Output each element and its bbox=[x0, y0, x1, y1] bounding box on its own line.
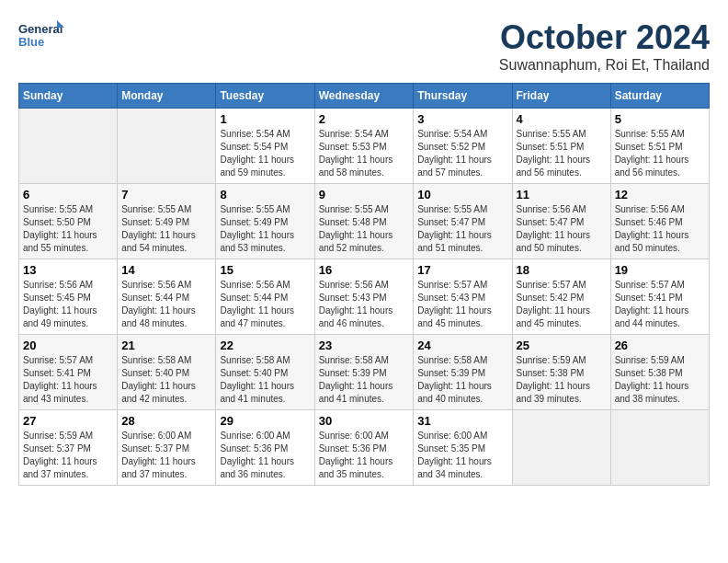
calendar-table: SundayMondayTuesdayWednesdayThursdayFrid… bbox=[18, 83, 710, 486]
day-info: Sunrise: 6:00 AMSunset: 5:36 PMDaylight:… bbox=[220, 431, 294, 479]
day-info: Sunrise: 5:58 AMSunset: 5:40 PMDaylight:… bbox=[220, 355, 294, 404]
day-number: 4 bbox=[517, 112, 607, 126]
weekday-header-monday: Monday bbox=[118, 84, 216, 109]
calendar-cell: 10 Sunrise: 5:55 AMSunset: 5:47 PMDaylig… bbox=[414, 184, 512, 259]
calendar-cell: 29 Sunrise: 6:00 AMSunset: 5:36 PMDaylig… bbox=[216, 410, 314, 486]
weekday-header-saturday: Saturday bbox=[610, 84, 709, 109]
calendar-cell: 17 Sunrise: 5:57 AMSunset: 5:43 PMDaylig… bbox=[414, 259, 512, 335]
day-number: 8 bbox=[220, 188, 310, 201]
location: Suwannaphum, Roi Et, Thailand bbox=[499, 57, 710, 74]
calendar-cell: 16 Sunrise: 5:56 AMSunset: 5:43 PMDaylig… bbox=[314, 259, 414, 335]
day-number: 11 bbox=[517, 188, 607, 201]
calendar-cell: 12 Sunrise: 5:56 AMSunset: 5:46 PMDaylig… bbox=[610, 184, 709, 259]
calendar-cell: 4 Sunrise: 5:55 AMSunset: 5:51 PMDayligh… bbox=[512, 109, 610, 184]
day-info: Sunrise: 5:58 AMSunset: 5:40 PMDaylight:… bbox=[121, 355, 196, 404]
calendar-week-row: 1 Sunrise: 5:54 AMSunset: 5:54 PMDayligh… bbox=[19, 109, 710, 184]
day-number: 6 bbox=[23, 188, 113, 201]
day-number: 9 bbox=[319, 188, 410, 201]
day-number: 18 bbox=[517, 263, 607, 277]
calendar-cell: 24 Sunrise: 5:58 AMSunset: 5:39 PMDaylig… bbox=[414, 335, 512, 410]
title-block: October 2024 Suwannaphum, Roi Et, Thaila… bbox=[499, 18, 710, 74]
day-info: Sunrise: 5:57 AMSunset: 5:42 PMDaylight:… bbox=[517, 280, 591, 328]
calendar-cell: 19 Sunrise: 5:57 AMSunset: 5:41 PMDaylig… bbox=[610, 259, 709, 335]
day-number: 31 bbox=[417, 414, 507, 428]
day-info: Sunrise: 5:57 AMSunset: 5:41 PMDaylight:… bbox=[615, 280, 689, 328]
calendar-cell: 5 Sunrise: 5:55 AMSunset: 5:51 PMDayligh… bbox=[610, 109, 709, 184]
day-info: Sunrise: 5:54 AMSunset: 5:53 PMDaylight:… bbox=[319, 129, 393, 178]
svg-text:Blue: Blue bbox=[18, 35, 44, 49]
day-number: 22 bbox=[220, 339, 310, 352]
calendar-cell: 30 Sunrise: 6:00 AMSunset: 5:36 PMDaylig… bbox=[314, 410, 414, 486]
calendar-week-row: 27 Sunrise: 5:59 AMSunset: 5:37 PMDaylig… bbox=[19, 410, 710, 486]
calendar-cell: 20 Sunrise: 5:57 AMSunset: 5:41 PMDaylig… bbox=[19, 335, 118, 410]
day-info: Sunrise: 5:56 AMSunset: 5:46 PMDaylight:… bbox=[615, 204, 689, 253]
day-number: 20 bbox=[23, 339, 113, 352]
day-info: Sunrise: 5:57 AMSunset: 5:43 PMDaylight:… bbox=[417, 280, 492, 328]
day-info: Sunrise: 5:59 AMSunset: 5:38 PMDaylight:… bbox=[517, 355, 591, 404]
day-info: Sunrise: 5:55 AMSunset: 5:47 PMDaylight:… bbox=[417, 204, 492, 253]
day-number: 2 bbox=[319, 112, 410, 126]
calendar-cell: 2 Sunrise: 5:54 AMSunset: 5:53 PMDayligh… bbox=[314, 109, 414, 184]
calendar-cell: 26 Sunrise: 5:59 AMSunset: 5:38 PMDaylig… bbox=[610, 335, 709, 410]
day-info: Sunrise: 5:59 AMSunset: 5:38 PMDaylight:… bbox=[615, 355, 689, 404]
day-info: Sunrise: 5:55 AMSunset: 5:51 PMDaylight:… bbox=[517, 129, 591, 178]
day-info: Sunrise: 5:54 AMSunset: 5:52 PMDaylight:… bbox=[417, 129, 492, 178]
day-info: Sunrise: 5:56 AMSunset: 5:44 PMDaylight:… bbox=[220, 280, 294, 328]
day-number: 19 bbox=[615, 263, 705, 277]
day-number: 14 bbox=[121, 263, 211, 277]
day-info: Sunrise: 5:58 AMSunset: 5:39 PMDaylight:… bbox=[417, 355, 492, 404]
weekday-header-wednesday: Wednesday bbox=[314, 84, 414, 109]
day-info: Sunrise: 5:55 AMSunset: 5:49 PMDaylight:… bbox=[121, 204, 196, 253]
logo-icon: General Blue bbox=[18, 18, 64, 59]
day-number: 5 bbox=[615, 112, 705, 126]
calendar-cell bbox=[19, 109, 118, 184]
weekday-header-tuesday: Tuesday bbox=[216, 84, 314, 109]
calendar-cell: 14 Sunrise: 5:56 AMSunset: 5:44 PMDaylig… bbox=[118, 259, 216, 335]
day-number: 26 bbox=[615, 339, 705, 352]
day-info: Sunrise: 5:55 AMSunset: 5:50 PMDaylight:… bbox=[23, 204, 97, 253]
calendar-cell: 3 Sunrise: 5:54 AMSunset: 5:52 PMDayligh… bbox=[414, 109, 512, 184]
day-number: 15 bbox=[220, 263, 310, 277]
calendar-cell: 8 Sunrise: 5:55 AMSunset: 5:49 PMDayligh… bbox=[216, 184, 314, 259]
day-number: 17 bbox=[417, 263, 507, 277]
weekday-header-friday: Friday bbox=[512, 84, 610, 109]
calendar-cell: 27 Sunrise: 5:59 AMSunset: 5:37 PMDaylig… bbox=[19, 410, 118, 486]
day-number: 28 bbox=[121, 414, 211, 428]
weekday-header-thursday: Thursday bbox=[414, 84, 512, 109]
calendar-cell: 13 Sunrise: 5:56 AMSunset: 5:45 PMDaylig… bbox=[19, 259, 118, 335]
calendar-cell bbox=[512, 410, 610, 486]
day-number: 23 bbox=[319, 339, 410, 352]
day-info: Sunrise: 5:56 AMSunset: 5:43 PMDaylight:… bbox=[319, 280, 393, 328]
calendar-cell: 9 Sunrise: 5:55 AMSunset: 5:48 PMDayligh… bbox=[314, 184, 414, 259]
day-number: 29 bbox=[220, 414, 310, 428]
day-info: Sunrise: 6:00 AMSunset: 5:37 PMDaylight:… bbox=[121, 431, 196, 479]
page-header: General Blue October 2024 Suwannaphum, R… bbox=[18, 18, 710, 74]
svg-text:General: General bbox=[18, 22, 63, 36]
calendar-cell bbox=[610, 410, 709, 486]
calendar-cell: 7 Sunrise: 5:55 AMSunset: 5:49 PMDayligh… bbox=[118, 184, 216, 259]
calendar-week-row: 20 Sunrise: 5:57 AMSunset: 5:41 PMDaylig… bbox=[19, 335, 710, 410]
day-info: Sunrise: 5:56 AMSunset: 5:47 PMDaylight:… bbox=[517, 204, 591, 253]
day-number: 25 bbox=[517, 339, 607, 352]
day-info: Sunrise: 6:00 AMSunset: 5:36 PMDaylight:… bbox=[319, 431, 393, 479]
day-number: 30 bbox=[319, 414, 410, 428]
calendar-week-row: 6 Sunrise: 5:55 AMSunset: 5:50 PMDayligh… bbox=[19, 184, 710, 259]
calendar-cell: 18 Sunrise: 5:57 AMSunset: 5:42 PMDaylig… bbox=[512, 259, 610, 335]
day-info: Sunrise: 5:59 AMSunset: 5:37 PMDaylight:… bbox=[23, 431, 97, 479]
weekday-header-row: SundayMondayTuesdayWednesdayThursdayFrid… bbox=[19, 84, 710, 109]
day-info: Sunrise: 5:55 AMSunset: 5:49 PMDaylight:… bbox=[220, 204, 294, 253]
day-info: Sunrise: 5:54 AMSunset: 5:54 PMDaylight:… bbox=[220, 129, 294, 178]
calendar-cell: 22 Sunrise: 5:58 AMSunset: 5:40 PMDaylig… bbox=[216, 335, 314, 410]
day-number: 3 bbox=[417, 112, 507, 126]
day-info: Sunrise: 5:55 AMSunset: 5:48 PMDaylight:… bbox=[319, 204, 393, 253]
calendar-cell: 28 Sunrise: 6:00 AMSunset: 5:37 PMDaylig… bbox=[118, 410, 216, 486]
calendar-cell: 15 Sunrise: 5:56 AMSunset: 5:44 PMDaylig… bbox=[216, 259, 314, 335]
day-number: 16 bbox=[319, 263, 410, 277]
calendar-cell: 21 Sunrise: 5:58 AMSunset: 5:40 PMDaylig… bbox=[118, 335, 216, 410]
day-info: Sunrise: 5:58 AMSunset: 5:39 PMDaylight:… bbox=[319, 355, 393, 404]
month-title: October 2024 bbox=[499, 18, 710, 57]
calendar-cell bbox=[118, 109, 216, 184]
day-number: 24 bbox=[417, 339, 507, 352]
day-info: Sunrise: 5:57 AMSunset: 5:41 PMDaylight:… bbox=[23, 355, 97, 404]
day-number: 12 bbox=[615, 188, 705, 201]
